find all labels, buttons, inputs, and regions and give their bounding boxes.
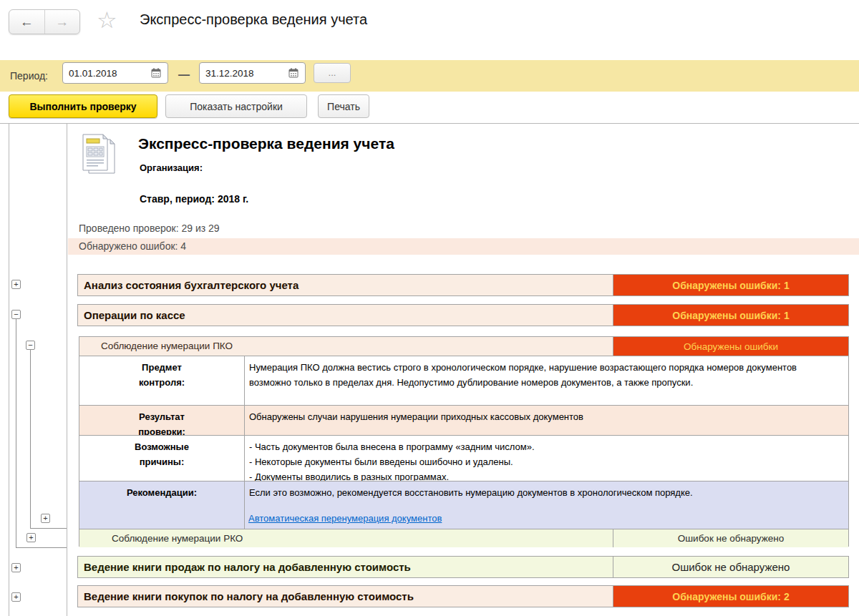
section-row-accounting-analysis: Анализ состояния бухгалтерского учета Об… <box>77 274 849 296</box>
toolbar-separator <box>0 123 859 124</box>
section-title: Ведение книги покупок по налогу на добав… <box>84 586 414 607</box>
detail-label: Возможные причины: <box>79 436 244 481</box>
window-title: Экспресс-проверка ведения учета <box>140 11 367 28</box>
detail-label: Результат проверки: <box>79 406 244 435</box>
detail-value: Нумерация ПКО должна вестись строго в хр… <box>244 356 848 405</box>
section-title: Анализ состояния бухгалтерского учета <box>84 275 299 295</box>
calendar-icon <box>151 68 161 78</box>
date-picker-from-button[interactable] <box>147 65 165 81</box>
renumber-documents-link[interactable]: Автоматическая перенумерация документов <box>248 513 442 524</box>
period-to-field[interactable] <box>199 62 306 84</box>
nav-button-group: ← → <box>9 9 80 34</box>
detail-label: Предмет контроля: <box>79 356 244 405</box>
report-document-icon <box>80 133 117 176</box>
run-check-button[interactable]: Выполнить проверку <box>9 94 157 118</box>
section-status-badge: Обнаружены ошибки: 1 <box>613 305 848 326</box>
subsection-row-rko-numbering: Соблюдение нумерации РКО Ошибок не обнар… <box>79 529 848 547</box>
detail-label: Рекомендации: <box>79 481 244 529</box>
subsection-title: Соблюдение нумерации ПКО <box>101 337 233 356</box>
period-label: Период: <box>10 60 48 92</box>
detail-value: - Часть документов была внесена в програ… <box>244 436 848 481</box>
pko-numbering-detail-table: Соблюдение нумерации ПКО Обнаружены ошиб… <box>79 336 849 547</box>
detail-row-subject: Предмет контроля: Нумерация ПКО должна в… <box>79 356 848 405</box>
report-left-border <box>9 124 9 616</box>
organization-label: Организация: <box>140 162 203 173</box>
tree-toggle-sales-book[interactable]: + <box>11 563 21 572</box>
period-from-input[interactable] <box>63 63 144 83</box>
section-row-purchase-book: Ведение книги покупок по налогу на добав… <box>77 585 849 607</box>
tree-connector-line <box>30 528 67 529</box>
tree-toggle-analysis[interactable]: + <box>11 280 21 289</box>
tree-toggle-pko-numbering[interactable]: − <box>26 341 35 350</box>
section-row-cash-operations: Операции по кассе Обнаружены ошибки: 1 <box>77 304 849 326</box>
section-status-badge: Обнаружены ошибки: 1 <box>613 275 848 295</box>
checks-done-line: Проведено проверок: 29 из 29 <box>79 223 220 234</box>
report-subtitle: Ставр, период: 2018 г. <box>140 193 248 205</box>
tree-toggle-purchase-book[interactable]: + <box>11 592 21 602</box>
period-from-field[interactable] <box>62 62 168 84</box>
section-status: Ошибок не обнаружено <box>613 557 848 577</box>
period-more-button[interactable]: ... <box>314 63 351 83</box>
subsection-title: Соблюдение нумерации РКО <box>112 529 243 547</box>
report-title: Экспресс-проверка ведения учета <box>138 135 394 152</box>
section-title: Операции по кассе <box>84 305 185 326</box>
period-to-input[interactable] <box>200 63 281 83</box>
tree-margin-border <box>67 124 67 616</box>
print-button[interactable]: Печать <box>318 94 369 118</box>
detail-row-recommendations: Рекомендации: Если это возможно, рекомен… <box>79 481 848 529</box>
errors-found-line: Обнаружено ошибок: 4 <box>68 238 859 255</box>
detail-row-causes: Возможные причины: - Часть документов бы… <box>79 435 848 481</box>
forward-arrow-icon: → <box>55 14 69 30</box>
subsection-header-row: Соблюдение нумерации ПКО Обнаружены ошиб… <box>79 337 848 356</box>
subsection-status: Ошибок не обнаружено <box>613 529 848 547</box>
tree-toggle-cash-operations[interactable]: − <box>11 310 21 319</box>
detail-value: Обнаружены случаи нарушения нумерации пр… <box>244 406 848 435</box>
calendar-icon <box>288 68 299 78</box>
tree-connector-line <box>16 547 67 548</box>
forward-button[interactable]: → <box>45 10 80 34</box>
section-status-badge: Обнаружены ошибки: 2 <box>613 586 848 607</box>
tree-connector-line <box>30 350 31 528</box>
section-row-sales-book: Ведение книги продаж по налогу на добавл… <box>77 556 849 578</box>
tree-toggle-rko-numbering[interactable]: + <box>26 533 36 542</box>
show-settings-button[interactable]: Показать настройки <box>165 94 307 118</box>
favorite-star-icon[interactable]: ☆ <box>97 6 117 34</box>
period-range-dash: — <box>172 60 196 92</box>
back-arrow-icon: ← <box>20 14 34 30</box>
detail-row-result: Результат проверки: Обнаружены случаи на… <box>79 405 848 435</box>
date-picker-to-button[interactable] <box>285 65 302 81</box>
tree-connector-line <box>16 319 16 547</box>
back-button[interactable]: ← <box>9 10 45 34</box>
tree-toggle-pko-details[interactable]: + <box>41 514 50 523</box>
subsection-status-badge: Обнаружены ошибки <box>613 337 848 356</box>
section-title: Ведение книги продаж по налогу на добавл… <box>84 557 411 577</box>
express-check-window: ← → ☆ Экспресс-проверка ведения учета Пе… <box>0 0 859 616</box>
